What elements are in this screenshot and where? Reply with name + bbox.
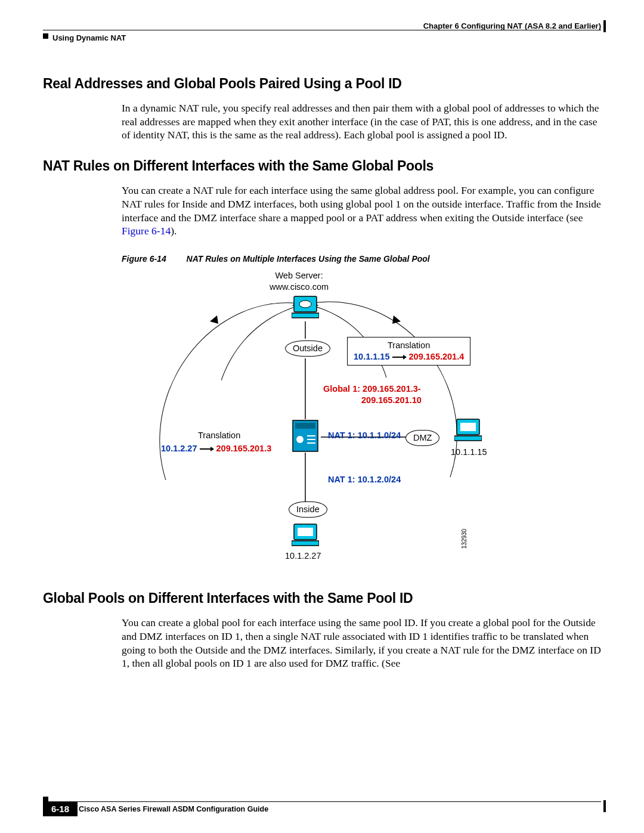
svg-rect-14 [295, 423, 315, 429]
para-global-pools-same-id: You can create a global pool for each in… [122, 616, 601, 670]
label-global1: Global 1: 209.165.201.3- 209.165.201.10 [323, 383, 422, 406]
label-inside-ip: 10.1.2.27 [285, 550, 321, 562]
heading-nat-rules-same-global: NAT Rules on Different Interfaces with t… [43, 157, 601, 175]
svg-rect-21 [454, 436, 482, 441]
cloud-dmz: DMZ [405, 430, 439, 446]
cloud-inside: Inside [289, 501, 327, 518]
footer-right-bar [603, 800, 606, 812]
svg-rect-25 [298, 528, 313, 536]
firewall-icon [292, 419, 319, 453]
header-section: Using Dynamic NAT [52, 33, 126, 44]
header-left-square [43, 33, 48, 39]
svg-marker-6 [210, 315, 218, 324]
para-text: You can create a NAT rule for each inter… [122, 184, 601, 224]
para-text-post: ). [171, 225, 177, 237]
label-global1-a: Global 1: 209.165.201.3- [323, 383, 422, 395]
translation-right-value: 10.1.1.15 209.165.201.4 [354, 351, 464, 363]
svg-rect-10 [292, 313, 319, 318]
page-footer: Cisco ASA Series Firewall ASDM Configura… [43, 801, 601, 814]
label-nat1-a: NAT 1: 10.1.1.0/24 [328, 430, 401, 441]
figure-xref-link[interactable]: Figure 6-14 [122, 225, 171, 237]
arrow-icon [392, 354, 407, 360]
computer-inside-icon [292, 523, 319, 548]
translation-right-src: 10.1.1.15 [354, 352, 389, 361]
footer-guide-title: Cisco ASA Series Firewall ASDM Configura… [79, 804, 601, 814]
figure-caption: Figure 6-14 NAT Rules on Multiple Interf… [122, 253, 601, 264]
label-global1-b: 209.165.201.10 [361, 395, 422, 406]
footer-rule [43, 801, 601, 802]
diagram-lines [150, 270, 544, 574]
cloud-outside: Outside [285, 340, 330, 357]
svg-point-15 [296, 436, 304, 443]
translation-left-value: 10.1.2.27 209.165.201.3 [161, 443, 271, 454]
svg-marker-12 [403, 355, 407, 360]
translation-left: Translation [198, 430, 240, 441]
arrow-icon [200, 446, 214, 452]
heading-real-addresses: Real Addresses and Global Pools Paired U… [43, 75, 601, 93]
svg-marker-7 [392, 315, 401, 324]
svg-marker-23 [210, 447, 214, 451]
translation-right-dst: 209.165.201.4 [409, 352, 465, 361]
label-nat1-b: NAT 1: 10.1.2.0/24 [328, 474, 401, 485]
heading-global-pools-same-id: Global Pools on Different Interfaces wit… [43, 590, 601, 608]
figure-diagram: Web Server: www.cisco.com Outside Transl… [150, 270, 544, 574]
header-right-bar [603, 20, 606, 32]
label-webserver-url: www.cisco.com [270, 281, 329, 293]
svg-rect-26 [292, 541, 319, 546]
label-webserver: Web Server: www.cisco.com [270, 270, 329, 293]
para-nat-rules-same-global: You can create a NAT rule for each inter… [122, 184, 601, 238]
translation-left-dst: 209.165.201.3 [216, 444, 272, 453]
translation-right: Translation 10.1.1.15 209.165.201.4 [347, 337, 470, 366]
svg-rect-20 [460, 423, 476, 431]
label-dmz-ip: 10.1.1.15 [451, 447, 487, 458]
header-rule [43, 30, 601, 30]
server-icon [292, 295, 319, 320]
page-number-badge: 6-18 [43, 801, 78, 817]
page-header: Chapter 6 Configuring NAT (ASA 8.2 and E… [43, 21, 601, 45]
translation-label: Translation [354, 340, 464, 351]
computer-dmz-icon [454, 418, 482, 443]
diagram-id: 132930 [460, 529, 468, 549]
figure-number: Figure 6-14 [122, 254, 166, 264]
label-webserver-top: Web Server: [270, 270, 329, 281]
figure-title: NAT Rules on Multiple Interfaces Using t… [187, 254, 430, 264]
para-real-addresses: In a dynamic NAT rule, you specify real … [122, 101, 601, 142]
translation-label-left: Translation [198, 430, 240, 441]
svg-point-9 [299, 301, 311, 308]
translation-left-src: 10.1.2.27 [161, 444, 197, 453]
